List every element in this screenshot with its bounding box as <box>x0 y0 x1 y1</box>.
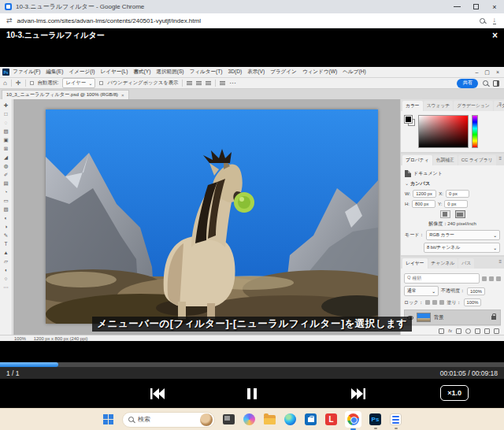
object-selection-tool-icon[interactable]: ▨ <box>3 127 8 135</box>
y-field[interactable]: 0 px <box>444 200 468 208</box>
portrait-orientation-button[interactable] <box>440 210 450 218</box>
ps-menu-item[interactable]: プラグイン <box>270 69 297 76</box>
filter-attr-icon[interactable] <box>496 276 501 281</box>
panel-tab[interactable]: カラー <box>402 101 423 111</box>
canvas-section-header[interactable]: カンバス <box>405 180 500 187</box>
gradient-tool-icon[interactable]: ▧ <box>3 205 8 213</box>
shape-tool-icon[interactable]: ▱ <box>4 257 8 265</box>
height-field[interactable]: 800 px <box>412 200 435 208</box>
url-text[interactable]: advan-lms.com/sites/advan-lms/contents/2… <box>17 17 201 24</box>
history-brush-tool-icon[interactable]: ◔ <box>5 187 8 196</box>
mode-dropdown[interactable]: RGB カラー ⌄ <box>426 230 500 240</box>
notes-app-button[interactable] <box>389 413 402 426</box>
workspace-icon[interactable] <box>493 80 499 87</box>
ps-menu-item[interactable]: 書式(Y) <box>133 69 150 76</box>
share-button[interactable]: 共有 <box>457 79 478 88</box>
type-tool-icon[interactable]: T <box>5 239 8 248</box>
download-icon[interactable]: ↓ <box>493 17 497 24</box>
fill-field[interactable]: 100% <box>464 298 482 306</box>
close-button[interactable]: × <box>485 0 504 13</box>
filter-kind-icon[interactable] <box>482 276 487 281</box>
auto-select-checkbox[interactable] <box>30 81 34 85</box>
ps-menu-item[interactable]: ヘルプ(H) <box>343 69 365 76</box>
dodge-tool-icon[interactable]: ◑ <box>5 222 8 231</box>
panel-tab[interactable]: プロパティ <box>402 155 432 165</box>
zoom-level[interactable]: 100% <box>14 336 26 341</box>
path-selection-tool-icon[interactable]: ▲ <box>3 248 8 257</box>
ps-menu-item[interactable]: 選択範囲(S) <box>156 69 183 76</box>
opacity-field[interactable]: 100% <box>467 287 485 295</box>
panel-tab[interactable]: パス <box>458 258 474 269</box>
minimize-button[interactable] <box>447 0 466 13</box>
crop-tool-icon[interactable]: ▣ <box>3 135 8 144</box>
start-button[interactable] <box>102 413 115 426</box>
healing-tool-icon[interactable]: ◍ <box>4 161 9 170</box>
lock-pixels-icon[interactable] <box>432 300 437 305</box>
filter-effect-icon[interactable] <box>489 276 494 281</box>
ps-minimize-icon[interactable]: – <box>475 69 478 75</box>
chrome-button[interactable] <box>345 411 361 428</box>
blend-mode-dropdown[interactable]: 通常 ⌄ <box>404 286 439 296</box>
ps-menu-item[interactable]: 3D(D) <box>228 69 243 76</box>
l-app-button[interactable]: L <box>324 413 338 426</box>
lasso-tool-icon[interactable]: ◌ <box>5 118 8 127</box>
ps-menu-item[interactable]: 表示(V) <box>247 69 265 76</box>
brush-tool-icon[interactable]: ✐ <box>4 170 8 179</box>
file-explorer-button[interactable] <box>263 413 276 426</box>
more-tools-icon[interactable]: ⋯ <box>3 283 9 291</box>
zoom-tool-icon[interactable]: ○ <box>5 274 8 283</box>
pen-tool-icon[interactable]: ✎ <box>4 231 8 239</box>
bbox-checkbox[interactable] <box>99 81 103 85</box>
site-info-icon[interactable]: ⇄ <box>6 17 13 24</box>
width-field[interactable]: 1200 px <box>413 190 436 198</box>
align-right-icon[interactable] <box>206 80 211 86</box>
frame-tool-icon[interactable]: ⊞ <box>4 144 8 153</box>
search-daily-image[interactable] <box>200 413 213 426</box>
playback-speed-button[interactable]: ×1.0 <box>440 385 469 401</box>
move-tool-icon[interactable]: ✚ <box>4 101 8 109</box>
document-tab[interactable]: 10_3_ニューラルフィルター.psd @ 100% (RGB/8) × <box>2 90 129 99</box>
more-options-icon[interactable]: ⋯ <box>229 80 235 87</box>
eraser-tool-icon[interactable]: ▭ <box>3 196 8 205</box>
pinned-app-button[interactable] <box>222 413 235 426</box>
ps-menu-item[interactable]: レイヤー(L) <box>100 69 128 76</box>
photoshop-button[interactable]: Ps <box>369 413 382 426</box>
fg-bg-swatches[interactable] <box>404 115 415 148</box>
ps-menu-item[interactable]: 編集(E) <box>46 69 63 76</box>
move-tool-option-icon[interactable]: ✛ <box>16 80 21 87</box>
landscape-orientation-button[interactable] <box>455 210 465 218</box>
maximize-button[interactable] <box>466 0 485 13</box>
panel-tab[interactable]: CC ライブラリ <box>458 155 496 165</box>
next-button[interactable] <box>335 379 382 408</box>
ps-canvas[interactable] <box>13 99 400 335</box>
pause-button[interactable] <box>228 379 276 408</box>
zoom-icon[interactable] <box>480 18 485 24</box>
color-gradient-field[interactable] <box>418 115 469 148</box>
lock-position-icon[interactable] <box>439 300 444 305</box>
video-close-icon[interactable]: × <box>492 30 498 41</box>
layer-search-field[interactable]: Q 種類 <box>404 273 480 284</box>
panel-tab[interactable]: チャンネル <box>428 258 458 269</box>
ps-close-icon[interactable]: × <box>496 69 499 75</box>
marquee-tool-icon[interactable]: □ <box>5 109 8 118</box>
panel-tab[interactable]: パターン <box>494 101 504 111</box>
video-player[interactable]: Ps ファイル(F)編集(E)イメージ(I)レイヤー(L)書式(Y)選択範囲(S… <box>0 43 504 362</box>
ps-restore-icon[interactable]: ▢ <box>484 69 490 76</box>
auto-select-dropdown[interactable]: レイヤー ⌄ <box>62 78 95 88</box>
edge-button[interactable] <box>284 413 297 426</box>
panel-tab[interactable]: グラデーション <box>454 101 492 111</box>
ps-search-icon[interactable] <box>483 80 488 86</box>
align-left-icon[interactable] <box>187 80 192 86</box>
blur-tool-icon[interactable]: ◐ <box>5 213 8 222</box>
lock-transparent-icon[interactable] <box>425 300 430 305</box>
previous-button[interactable] <box>134 379 181 408</box>
ps-menu-item[interactable]: フィルター(T) <box>190 69 223 76</box>
panel-tab[interactable]: 色調補正 <box>433 155 458 165</box>
home-icon[interactable]: ⌂ <box>3 80 7 87</box>
ps-menu-item[interactable]: ファイル(F) <box>13 69 40 76</box>
depth-dropdown[interactable]: 8 bit/チャンネル ⌄ <box>424 243 500 253</box>
hue-slider[interactable] <box>472 115 478 148</box>
eyedropper-tool-icon[interactable]: ◢ <box>4 153 8 161</box>
distribute-icon[interactable] <box>220 80 225 86</box>
hand-tool-icon[interactable]: ◖ <box>5 265 8 274</box>
